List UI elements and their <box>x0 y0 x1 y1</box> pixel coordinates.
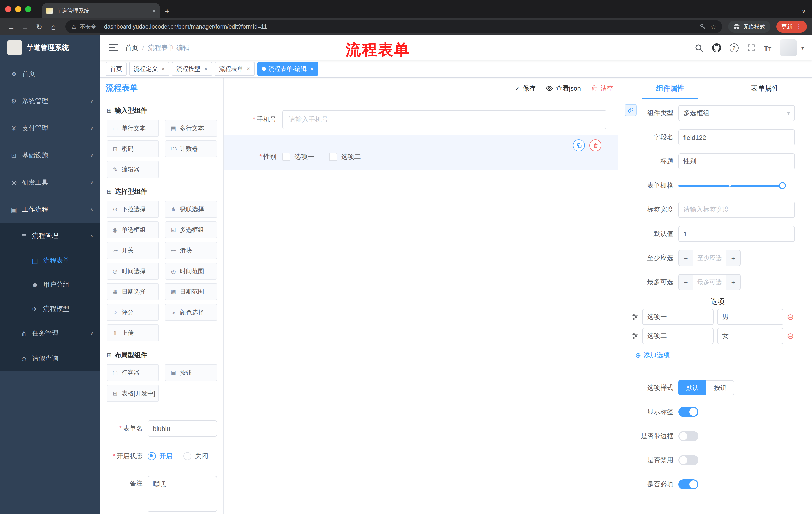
palette-item-switch[interactable]: ⊶ 开关 <box>107 242 159 259</box>
view-json-button[interactable]: 查看json <box>546 84 581 93</box>
sidebar-item-user-groups[interactable]: ☻ 用户分组 <box>0 273 100 297</box>
palette-item-checkbox-group[interactable]: ☑ 多选框组 <box>165 221 217 238</box>
palette-item-button[interactable]: ▣ 按钮 <box>165 364 217 381</box>
style-default-button[interactable]: 默认 <box>678 380 706 395</box>
sidebar-item-home[interactable]: ❖ 首页 <box>0 60 100 87</box>
palette-item-rate[interactable]: ☆ 评分 <box>107 304 159 321</box>
sidebar-item-process-form[interactable]: ▤ 流程表单 <box>0 248 100 273</box>
text-size-icon[interactable]: TT <box>763 44 771 52</box>
form-grid-slider[interactable] <box>678 178 785 193</box>
palette-item-time-picker[interactable]: ◷ 时间选择 <box>107 263 159 280</box>
min-select-input[interactable]: 至少应选 <box>693 250 726 266</box>
tab-search-icon[interactable]: ∨ <box>802 8 806 14</box>
form-remark-textarea[interactable]: 嘿嘿 <box>148 476 217 512</box>
palette-item-date-range[interactable]: ▩ 日期范围 <box>165 283 217 300</box>
avatar-caret-icon[interactable]: ▾ <box>802 45 804 51</box>
sidebar-item-process-management[interactable]: ≣ 流程管理 ∧ <box>0 223 100 248</box>
reload-icon[interactable]: ↻ <box>33 23 45 30</box>
checkbox-box[interactable] <box>282 153 290 161</box>
min-select-stepper[interactable]: − 至少应选 + <box>678 250 741 266</box>
tag-close-icon[interactable]: × <box>310 65 314 73</box>
address-bar[interactable]: ⚠ 不安全 dashboard.yudao.iocoder.cn/bpm/man… <box>65 20 722 33</box>
gender-field-row[interactable]: *性别 选项一 选项二 <box>224 135 617 170</box>
bookmark-star-icon[interactable]: ☆ <box>710 23 716 30</box>
palette-item-table[interactable]: ⊞ 表格[开发中] <box>107 385 159 402</box>
increase-button[interactable]: + <box>726 275 740 290</box>
sidebar-item-leave-query[interactable]: ☺ 请假查询 <box>0 346 100 371</box>
tag-close-icon[interactable]: × <box>247 65 250 73</box>
user-avatar[interactable] <box>780 39 797 56</box>
palette-item-time-range[interactable]: ◴ 时间范围 <box>165 263 217 280</box>
form-name-input[interactable]: biubiu <box>148 421 217 437</box>
palette-item-single-line-text[interactable]: ▭ 单行文本 <box>107 120 159 137</box>
title-input[interactable]: 性别 <box>678 154 795 169</box>
sidebar-item-payment[interactable]: ¥ 支付管理 ∨ <box>0 115 100 142</box>
option-drag-icon[interactable] <box>631 313 639 321</box>
checkbox-box[interactable] <box>329 153 337 161</box>
decrease-button[interactable]: − <box>679 275 693 290</box>
style-button-button[interactable]: 按钮 <box>706 380 734 395</box>
palette-item-password[interactable]: ⊡ 密码 <box>107 140 159 157</box>
browser-menu-icon[interactable]: ⋮ <box>796 23 802 30</box>
phone-input[interactable]: 请输入手机号 <box>282 110 607 129</box>
tag-process-form[interactable]: 流程表单 × <box>214 62 255 76</box>
drawing-board[interactable]: *手机号 请输入手机号 <box>224 99 622 514</box>
tab-close-icon[interactable]: × <box>152 7 156 14</box>
remove-option-icon[interactable]: ⊖ <box>787 313 794 321</box>
remove-option-icon[interactable]: ⊖ <box>787 332 794 340</box>
border-toggle[interactable] <box>678 431 698 441</box>
label-width-input[interactable]: 请输入标签宽度 <box>678 202 795 218</box>
palette-item-multi-line-text[interactable]: ▤ 多行文本 <box>165 120 217 137</box>
copy-component-button[interactable] <box>573 139 585 152</box>
tab-component-props[interactable]: 组件属性 <box>623 78 718 99</box>
status-closed-radio[interactable]: 关闭 <box>183 452 208 461</box>
forward-icon[interactable]: → <box>19 23 31 30</box>
palette-item-upload[interactable]: ⇧ 上传 <box>107 324 159 342</box>
security-label[interactable]: 不安全 <box>80 23 96 30</box>
palette-item-slider[interactable]: ⊷ 滑块 <box>165 242 217 259</box>
palette-item-editor[interactable]: ✎ 编辑器 <box>107 161 159 178</box>
phone-field-row[interactable]: *手机号 请输入手机号 <box>224 110 622 129</box>
sidebar-item-task-management[interactable]: ⋔ 任务管理 ∨ <box>0 321 100 346</box>
field-name-input[interactable]: field122 <box>678 129 795 145</box>
sidebar-item-devtools[interactable]: ⚒ 研发工具 ∨ <box>0 169 100 196</box>
back-icon[interactable]: ← <box>5 23 17 30</box>
disabled-toggle[interactable] <box>678 455 698 465</box>
tab-form-props[interactable]: 表单属性 <box>718 78 812 99</box>
tag-process-definition[interactable]: 流程定义 × <box>129 62 169 76</box>
option-label-input[interactable]: 选项二 <box>642 328 714 344</box>
max-select-input[interactable]: 最多可选 <box>693 275 726 290</box>
palette-item-color-picker[interactable]: ◑ 颜色选择 <box>165 304 217 321</box>
link-icon[interactable] <box>625 104 637 116</box>
palette-item-row-container[interactable]: ▢ 行容器 <box>107 364 159 381</box>
increase-button[interactable]: + <box>726 250 740 266</box>
url-text[interactable]: dashboard.yudao.iocoder.cn/bpm/manager/f… <box>104 24 267 30</box>
github-icon[interactable] <box>712 43 721 52</box>
window-zoom-button[interactable] <box>25 6 31 12</box>
help-icon[interactable]: ? <box>729 43 738 52</box>
option-drag-icon[interactable] <box>631 332 639 340</box>
search-icon[interactable] <box>695 44 703 52</box>
hamburger-icon[interactable] <box>109 44 118 51</box>
sidebar-item-infra[interactable]: ⊡ 基础设施 ∨ <box>0 142 100 169</box>
max-select-stepper[interactable]: − 最多可选 + <box>678 274 741 290</box>
slider-handle[interactable] <box>779 182 786 189</box>
tag-home[interactable]: 首页 <box>106 62 127 76</box>
tag-close-icon[interactable]: × <box>204 65 207 73</box>
home-icon[interactable]: ⌂ <box>47 23 59 30</box>
delete-component-button[interactable] <box>589 139 602 152</box>
fullscreen-icon[interactable] <box>747 44 755 52</box>
decrease-button[interactable]: − <box>679 250 693 266</box>
option-value-input[interactable]: 男 <box>717 309 783 325</box>
component-type-select[interactable]: 多选框组 ▾ <box>678 105 795 121</box>
window-minimize-button[interactable] <box>15 6 21 12</box>
gender-option1-checkbox[interactable]: 选项一 <box>282 153 314 161</box>
browser-tab[interactable]: 芋道管理系统 × <box>42 3 160 18</box>
palette-item-cascader[interactable]: ⋔ 级联选择 <box>165 201 217 218</box>
add-option-button[interactable]: ⊕ 添加选项 <box>635 351 670 360</box>
option-value-input[interactable]: 女 <box>717 328 783 344</box>
password-key-icon[interactable] <box>700 23 707 30</box>
option-label-input[interactable]: 选项一 <box>642 309 714 325</box>
sidebar-logo[interactable]: 芋道管理系统 <box>0 35 100 60</box>
sidebar-item-system[interactable]: ⚙ 系统管理 ∨ <box>0 87 100 115</box>
